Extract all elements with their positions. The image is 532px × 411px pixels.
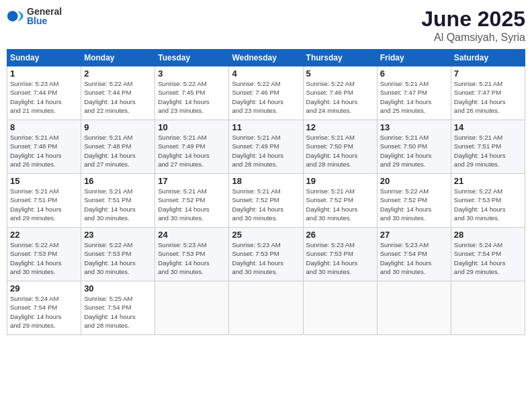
day-number: 24 <box>158 230 226 240</box>
table-row: 1 Sunrise: 5:23 AM Sunset: 7:44 PM Dayli… <box>7 66 81 120</box>
sunset-label: Sunset: 7:46 PM <box>306 89 353 96</box>
sunrise-label: Sunrise: 5:21 AM <box>158 134 206 141</box>
sunset-label: Sunset: 7:54 PM <box>84 304 131 311</box>
daylight-minutes: and 29 minutes. <box>10 214 56 222</box>
sunrise-label: Sunrise: 5:22 AM <box>84 80 132 87</box>
sunrise-label: Sunrise: 5:22 AM <box>232 80 280 87</box>
day-number: 25 <box>232 230 300 240</box>
calendar-week-1: 1 Sunrise: 5:23 AM Sunset: 7:44 PM Dayli… <box>7 66 525 120</box>
daylight-label: Daylight: 14 hours <box>84 205 136 213</box>
col-friday: Friday <box>377 50 451 66</box>
day-number: 18 <box>232 176 300 186</box>
day-number: 6 <box>380 68 448 79</box>
header: General Blue June 2025 Al Qamsiyah, Syri… <box>7 7 525 44</box>
col-tuesday: Tuesday <box>155 50 229 66</box>
col-wednesday: Wednesday <box>229 50 303 66</box>
day-info: Sunrise: 5:22 AM Sunset: 7:53 PM Dayligh… <box>84 240 152 276</box>
day-info: Sunrise: 5:24 AM Sunset: 7:54 PM Dayligh… <box>10 294 78 330</box>
daylight-minutes: and 28 minutes. <box>306 161 352 168</box>
daylight-minutes: and 27 minutes. <box>158 161 204 168</box>
daylight-minutes: and 26 minutes. <box>454 107 500 114</box>
sunset-label: Sunset: 7:54 PM <box>10 304 57 311</box>
daylight-minutes: and 30 minutes. <box>306 268 352 275</box>
table-row: 2 Sunrise: 5:22 AM Sunset: 7:44 PM Dayli… <box>81 66 155 120</box>
table-row: 11 Sunrise: 5:21 AM Sunset: 7:49 PM Dayl… <box>229 120 303 174</box>
day-number: 28 <box>454 230 522 240</box>
daylight-label: Daylight: 14 hours <box>454 152 506 159</box>
sunrise-label: Sunrise: 5:21 AM <box>454 134 502 141</box>
sunset-label: Sunset: 7:48 PM <box>84 142 131 150</box>
col-saturday: Saturday <box>451 50 525 66</box>
day-info: Sunrise: 5:21 AM Sunset: 7:52 PM Dayligh… <box>232 187 300 222</box>
sunset-label: Sunset: 7:50 PM <box>306 142 353 150</box>
title-section: June 2025 Al Qamsiyah, Syria <box>421 7 525 44</box>
day-number: 27 <box>380 230 448 240</box>
day-info: Sunrise: 5:24 AM Sunset: 7:54 PM Dayligh… <box>454 240 522 276</box>
svg-point-0 <box>7 11 18 21</box>
sunrise-label: Sunrise: 5:24 AM <box>454 241 502 248</box>
daylight-label: Daylight: 14 hours <box>158 205 210 213</box>
daylight-minutes: and 26 minutes. <box>10 161 56 168</box>
day-info: Sunrise: 5:22 AM Sunset: 7:45 PM Dayligh… <box>158 79 226 115</box>
day-info: Sunrise: 5:21 AM Sunset: 7:49 PM Dayligh… <box>232 133 300 169</box>
day-number: 15 <box>10 176 78 186</box>
sunrise-label: Sunrise: 5:21 AM <box>380 134 429 141</box>
sunrise-label: Sunrise: 5:23 AM <box>158 241 206 248</box>
sunset-label: Sunset: 7:49 PM <box>232 142 279 150</box>
day-info: Sunrise: 5:23 AM Sunset: 7:53 PM Dayligh… <box>306 240 374 276</box>
col-monday: Monday <box>81 50 155 66</box>
sunset-label: Sunset: 7:51 PM <box>10 196 57 203</box>
sunset-label: Sunset: 7:52 PM <box>306 196 353 203</box>
sunset-label: Sunset: 7:52 PM <box>158 196 205 203</box>
table-row: 24 Sunrise: 5:23 AM Sunset: 7:53 PM Dayl… <box>155 228 229 281</box>
day-info: Sunrise: 5:21 AM Sunset: 7:50 PM Dayligh… <box>380 133 448 169</box>
daylight-label: Daylight: 14 hours <box>306 205 358 213</box>
daylight-minutes: and 30 minutes. <box>380 214 426 222</box>
table-row: 14 Sunrise: 5:21 AM Sunset: 7:51 PM Dayl… <box>451 120 525 174</box>
table-row: 12 Sunrise: 5:21 AM Sunset: 7:50 PM Dayl… <box>303 120 377 174</box>
daylight-label: Daylight: 14 hours <box>232 205 283 213</box>
sunset-label: Sunset: 7:53 PM <box>306 250 353 257</box>
table-row: 8 Sunrise: 5:21 AM Sunset: 7:48 PM Dayli… <box>7 120 81 174</box>
daylight-minutes: and 30 minutes. <box>232 268 277 275</box>
day-number: 1 <box>10 68 78 79</box>
day-number: 29 <box>10 283 78 293</box>
sunset-label: Sunset: 7:53 PM <box>84 250 131 257</box>
day-number: 20 <box>380 176 448 186</box>
sunrise-label: Sunrise: 5:21 AM <box>84 187 132 195</box>
day-info: Sunrise: 5:22 AM Sunset: 7:46 PM Dayligh… <box>232 79 300 115</box>
table-row: 10 Sunrise: 5:21 AM Sunset: 7:49 PM Dayl… <box>155 120 229 174</box>
table-row: 13 Sunrise: 5:21 AM Sunset: 7:50 PM Dayl… <box>377 120 451 174</box>
daylight-minutes: and 30 minutes. <box>84 214 130 222</box>
daylight-label: Daylight: 14 hours <box>84 152 136 159</box>
calendar-week-4: 22 Sunrise: 5:22 AM Sunset: 7:53 PM Dayl… <box>7 228 525 281</box>
daylight-label: Daylight: 14 hours <box>84 98 136 105</box>
daylight-label: Daylight: 14 hours <box>10 259 62 267</box>
sunrise-label: Sunrise: 5:21 AM <box>454 80 502 87</box>
table-row: 18 Sunrise: 5:21 AM Sunset: 7:52 PM Dayl… <box>229 174 303 228</box>
day-info: Sunrise: 5:21 AM Sunset: 7:51 PM Dayligh… <box>454 133 522 169</box>
day-info: Sunrise: 5:21 AM Sunset: 7:51 PM Dayligh… <box>10 187 78 222</box>
day-info: Sunrise: 5:25 AM Sunset: 7:54 PM Dayligh… <box>84 294 152 330</box>
day-info: Sunrise: 5:21 AM Sunset: 7:48 PM Dayligh… <box>84 133 152 169</box>
sunset-label: Sunset: 7:48 PM <box>10 142 57 150</box>
daylight-minutes: and 30 minutes. <box>232 214 277 222</box>
daylight-label: Daylight: 14 hours <box>306 152 358 159</box>
table-row: 9 Sunrise: 5:21 AM Sunset: 7:48 PM Dayli… <box>81 120 155 174</box>
col-thursday: Thursday <box>303 50 377 66</box>
daylight-minutes: and 21 minutes. <box>10 107 56 114</box>
table-row <box>377 281 451 335</box>
sunset-label: Sunset: 7:51 PM <box>84 196 131 203</box>
col-sunday: Sunday <box>7 50 81 66</box>
logo: General Blue <box>7 7 62 26</box>
calendar-table: Sunday Monday Tuesday Wednesday Thursday… <box>7 49 525 335</box>
day-info: Sunrise: 5:22 AM Sunset: 7:46 PM Dayligh… <box>306 79 374 115</box>
sunrise-label: Sunrise: 5:24 AM <box>10 295 58 302</box>
daylight-label: Daylight: 14 hours <box>306 259 358 267</box>
day-info: Sunrise: 5:23 AM Sunset: 7:53 PM Dayligh… <box>158 240 226 276</box>
table-row: 6 Sunrise: 5:21 AM Sunset: 7:47 PM Dayli… <box>377 66 451 120</box>
day-number: 9 <box>84 122 152 132</box>
table-row: 19 Sunrise: 5:21 AM Sunset: 7:52 PM Dayl… <box>303 174 377 228</box>
day-info: Sunrise: 5:21 AM Sunset: 7:48 PM Dayligh… <box>10 133 78 169</box>
logo-blue: Blue <box>27 16 62 26</box>
